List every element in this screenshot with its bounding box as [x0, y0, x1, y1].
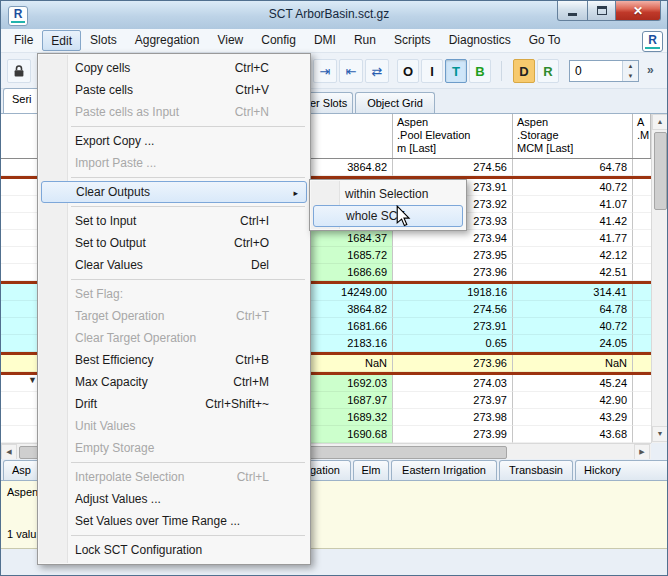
table-cell[interactable]: 274.56	[393, 301, 513, 318]
object-tab-eastern-irrigation[interactable]: Eastern Irrigation	[391, 460, 497, 480]
flag-button-drift[interactable]: D	[513, 59, 535, 83]
menubar-item-run[interactable]: Run	[345, 29, 385, 52]
table-cell[interactable]	[633, 247, 651, 264]
maximize-button[interactable]	[588, 1, 616, 21]
minimize-button[interactable]	[557, 1, 588, 21]
table-cell[interactable]: NaN	[513, 355, 633, 372]
edit-menu-item-export-copy[interactable]: Export Copy ...	[39, 130, 309, 152]
table-cell[interactable]	[633, 213, 651, 230]
spin-up-icon[interactable]: ▲	[623, 61, 638, 71]
edit-menu-item-set-flag[interactable]: Set Flag:	[39, 283, 309, 305]
object-tab-elm[interactable]: Elm	[353, 460, 389, 480]
menubar-item-slots[interactable]: Slots	[81, 29, 126, 52]
table-cell[interactable]: 273.98	[393, 409, 513, 426]
edit-menu-item-max-capacity[interactable]: Max CapacityCtrl+M	[39, 371, 309, 393]
table-cell[interactable]: 64.78	[513, 301, 633, 318]
edit-menu-item-clear-values[interactable]: Clear ValuesDel	[39, 254, 309, 276]
menubar-item-file[interactable]: File	[5, 29, 42, 52]
flag-button-best-efficiency[interactable]: B	[469, 59, 491, 83]
flag-button-rules[interactable]: R	[537, 59, 559, 83]
table-cell[interactable]: 41.42	[513, 213, 633, 230]
table-cell[interactable]: 273.91	[393, 318, 513, 335]
swap-view-icon-button[interactable]: ⇄	[365, 59, 389, 83]
table-cell[interactable]: 42.12	[513, 247, 633, 264]
object-tab-transbasin[interactable]: Transbasin	[499, 460, 573, 480]
table-cell[interactable]	[633, 392, 651, 409]
scroll-left-icon[interactable]: ◀	[1, 444, 17, 460]
menubar-item-dmi[interactable]: DMI	[305, 29, 345, 52]
menubar-item-view[interactable]: View	[208, 29, 252, 52]
table-cell[interactable]	[633, 230, 651, 247]
tab-object-grid[interactable]: Object Grid	[355, 92, 435, 113]
edit-menu-item-clear-target-operation[interactable]: Clear Target Operation	[39, 327, 309, 349]
spinbox-value[interactable]: 0	[570, 61, 622, 81]
edit-menu-item-import-paste[interactable]: Import Paste ...	[39, 152, 309, 174]
vertical-scroll-thumb[interactable]	[654, 132, 667, 210]
edit-menu-item-set-values-over-time-range[interactable]: Set Values over Time Range ...	[39, 510, 309, 532]
edit-menu-item-set-to-input[interactable]: Set to InputCtrl+I	[39, 210, 309, 232]
table-cell[interactable]	[633, 409, 651, 426]
table-cell[interactable]	[633, 196, 651, 213]
edit-menu-item-target-operation[interactable]: Target OperationCtrl+T	[39, 305, 309, 327]
edit-menu-item-drift[interactable]: DriftCtrl+Shift+~	[39, 393, 309, 415]
table-cell[interactable]: 41.77	[513, 230, 633, 247]
scroll-up-icon[interactable]: ▲	[652, 114, 668, 130]
menubar-item-diagnostics[interactable]: Diagnostics	[440, 29, 520, 52]
table-cell[interactable]: 273.94	[393, 230, 513, 247]
submenu-item-whole-sct[interactable]: whole SCT	[313, 205, 463, 227]
menubar-item-config[interactable]: Config	[252, 29, 305, 52]
edit-menu-item-adjust-values[interactable]: Adjust Values ...	[39, 488, 309, 510]
table-cell[interactable]: 274.03	[393, 375, 513, 392]
submenu-item-within-selection[interactable]: within Selection	[311, 183, 465, 205]
column-header-pool-elevation[interactable]: Aspen .Pool Elevation m [Last]	[393, 114, 513, 158]
table-cell[interactable]: 41.07	[513, 196, 633, 213]
table-cell[interactable]: 273.99	[393, 426, 513, 443]
row-expander-icon[interactable]: ▼	[28, 375, 37, 385]
scroll-right-icon[interactable]: ▶	[634, 444, 650, 460]
table-cell[interactable]: 0.65	[393, 335, 513, 352]
table-cell[interactable]: 43.68	[513, 426, 633, 443]
column-header-clipped[interactable]: A .M	[633, 114, 651, 158]
table-cell[interactable]	[633, 355, 651, 372]
table-cell[interactable]: 40.72	[513, 179, 633, 196]
table-cell[interactable]: 1918.16	[393, 284, 513, 301]
edit-menu-item-best-efficiency[interactable]: Best EfficiencyCtrl+B	[39, 349, 309, 371]
table-cell[interactable]: 43.29	[513, 409, 633, 426]
toolbar-overflow-button[interactable]: »	[647, 63, 654, 77]
table-cell[interactable]	[633, 179, 651, 196]
table-cell[interactable]	[633, 284, 651, 301]
edit-menu-item-empty-storage[interactable]: Empty Storage	[39, 437, 309, 459]
table-cell[interactable]: 45.24	[513, 375, 633, 392]
menubar-item-aggregation[interactable]: Aggregation	[126, 29, 209, 52]
table-cell[interactable]	[633, 335, 651, 352]
edit-menu-item-copy-cells[interactable]: Copy cellsCtrl+C	[39, 57, 309, 79]
vertical-scrollbar[interactable]: ▲ ▼	[651, 114, 667, 443]
flag-button-output[interactable]: O	[397, 59, 419, 83]
edit-menu-item-paste-cells[interactable]: Paste cellsCtrl+V	[39, 79, 309, 101]
table-cell[interactable]	[633, 264, 651, 281]
titlebar[interactable]: R SCT ArborBasin.sct.gz ✕	[1, 1, 667, 30]
column-header-storage[interactable]: Aspen .Storage MCM [Last]	[513, 114, 633, 158]
table-cell[interactable]: 40.72	[513, 318, 633, 335]
goto-prev-icon-button[interactable]: ⇤	[339, 59, 363, 83]
table-cell[interactable]: 273.96	[393, 264, 513, 281]
riverware-logo-icon[interactable]: R	[8, 6, 28, 26]
table-cell[interactable]: 42.51	[513, 264, 633, 281]
table-cell[interactable]: 64.78	[513, 159, 633, 176]
table-cell[interactable]	[633, 318, 651, 335]
table-cell[interactable]: 314.41	[513, 284, 633, 301]
edit-menu-item-unit-values[interactable]: Unit Values	[39, 415, 309, 437]
table-cell[interactable]: 42.90	[513, 392, 633, 409]
table-cell[interactable]: 273.95	[393, 247, 513, 264]
table-cell[interactable]	[633, 375, 651, 392]
menubar-item-scripts[interactable]: Scripts	[385, 29, 440, 52]
edit-menu-item-interpolate-selection[interactable]: Interpolate SelectionCtrl+L	[39, 466, 309, 488]
object-tab-hickory[interactable]: Hickory	[575, 460, 668, 480]
edit-menu-item-paste-cells-as-input[interactable]: Paste cells as InputCtrl+N	[39, 101, 309, 123]
table-cell[interactable]	[633, 159, 651, 176]
goto-next-icon-button[interactable]: ⇥	[313, 59, 337, 83]
lock-button[interactable]	[7, 59, 31, 83]
table-cell[interactable]: 273.97	[393, 392, 513, 409]
scroll-down-icon[interactable]: ▼	[652, 426, 668, 442]
edit-menu-item-clear-outputs[interactable]: Clear Outputs▸	[41, 181, 307, 203]
